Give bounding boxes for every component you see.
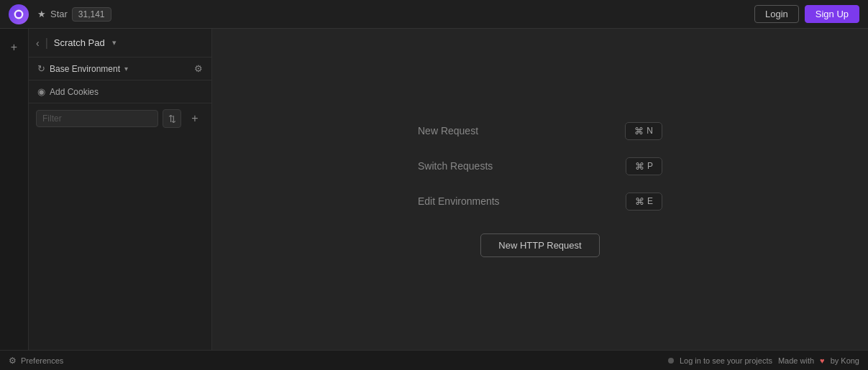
shortcut-new-request: New Request ⌘ N [418, 122, 662, 140]
key-n: N [647, 126, 653, 136]
main-area: + ‹ | Scratch Pad ▾ ↻ Base Environment ▾… [0, 29, 868, 350]
cmd-symbol-1: ⌘ [634, 126, 644, 137]
environment-row: ↻ Base Environment ▾ ⚙ [29, 57, 211, 80]
new-request-label: New Request [418, 125, 478, 137]
environment-name[interactable]: Base Environment [50, 64, 120, 74]
star-label: Star [50, 9, 68, 19]
header-divider: | [45, 37, 48, 50]
topbar: ★ Star 31,141 Login Sign Up [0, 0, 868, 29]
cookie-icon: ◉ [37, 86, 45, 97]
by-label: by Kong [831, 356, 859, 365]
login-notice: Log in to see your projects [680, 356, 772, 365]
add-icon: + [191, 112, 198, 125]
status-indicator [668, 358, 674, 364]
sidebar-header: ‹ | Scratch Pad ▾ [29, 29, 211, 57]
icon-strip: + [0, 29, 29, 350]
sort-icon: ⇅ [168, 114, 176, 124]
signup-button[interactable]: Sign Up [805, 5, 859, 23]
key-e: E [647, 196, 653, 206]
sort-button[interactable]: ⇅ [163, 109, 181, 128]
refresh-icon: ↻ [37, 63, 45, 74]
sidebar: ‹ | Scratch Pad ▾ ↻ Base Environment ▾ ⚙… [29, 29, 212, 350]
environment-dropdown-icon[interactable]: ▾ [124, 65, 128, 73]
key-p: P [647, 161, 653, 171]
made-with-label: Made with [778, 356, 814, 365]
app-logo [9, 4, 29, 24]
environment-settings-icon[interactable]: ⚙ [194, 63, 203, 74]
content-area: New Request ⌘ N Switch Requests ⌘ P Edit… [212, 29, 868, 350]
star-count: 31,141 [72, 7, 111, 22]
edit-environments-shortcut: ⌘ E [626, 193, 662, 211]
svg-point-1 [16, 11, 22, 17]
filter-row: ⇅ + [29, 103, 211, 134]
plus-icon: + [11, 41, 17, 54]
edit-environments-label: Edit Environments [418, 195, 500, 207]
preferences-icon: ⚙ [9, 356, 17, 366]
cmd-symbol-3: ⌘ [635, 196, 644, 207]
star-icon: ★ [37, 9, 46, 19]
workspace-title: Scratch Pad [54, 37, 105, 48]
new-http-request-button[interactable]: New HTTP Request [480, 233, 599, 257]
add-item-button[interactable]: + [186, 109, 204, 128]
add-button[interactable]: + [4, 37, 24, 57]
cmd-symbol-2: ⌘ [635, 161, 644, 172]
environment-left: ↻ Base Environment ▾ [37, 63, 128, 74]
statusbar: ⚙ Preferences Log in to see your project… [0, 350, 868, 370]
statusbar-right: Log in to see your projects Made with ♥ … [668, 356, 859, 365]
login-button[interactable]: Login [754, 5, 799, 23]
new-request-shortcut: ⌘ N [625, 122, 662, 140]
shortcuts-list: New Request ⌘ N Switch Requests ⌘ P Edit… [418, 122, 662, 211]
shortcut-edit-environments: Edit Environments ⌘ E [418, 193, 662, 211]
preferences-label[interactable]: Preferences [21, 356, 63, 365]
statusbar-left: ⚙ Preferences [9, 356, 63, 366]
collapse-sidebar-button[interactable]: ‹ [36, 37, 40, 49]
shortcut-switch-requests: Switch Requests ⌘ P [418, 157, 662, 175]
filter-input[interactable] [36, 110, 158, 127]
star-section: ★ Star 31,141 [37, 7, 111, 22]
switch-requests-shortcut: ⌘ P [626, 157, 662, 175]
cookies-row[interactable]: ◉ Add Cookies [29, 80, 211, 103]
cookies-label: Add Cookies [50, 87, 99, 97]
topbar-actions: Login Sign Up [754, 5, 859, 23]
switch-requests-label: Switch Requests [418, 160, 493, 172]
heart-icon: ♥ [820, 356, 825, 365]
workspace-dropdown-icon[interactable]: ▾ [112, 38, 117, 47]
